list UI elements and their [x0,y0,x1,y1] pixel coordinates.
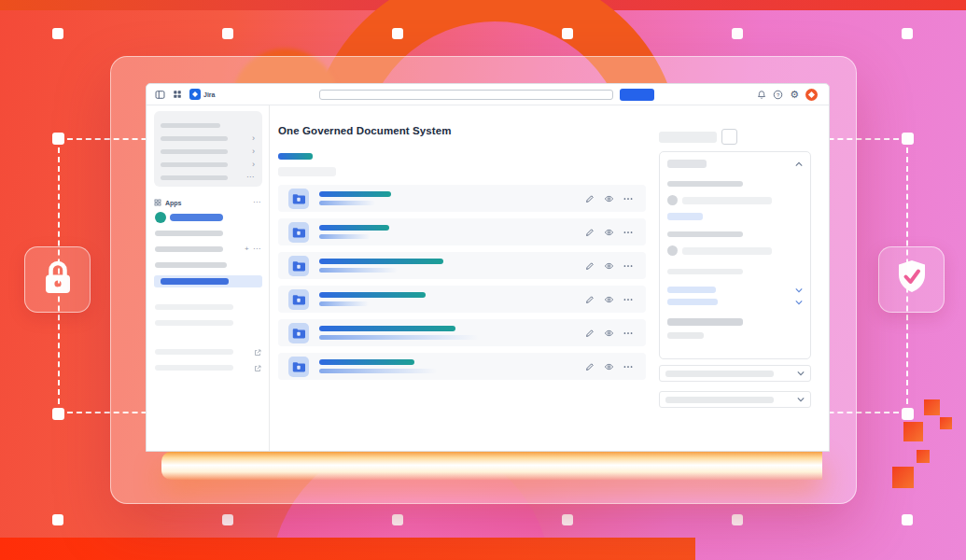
collapse-chevron-up-icon[interactable] [795,161,803,167]
document-row[interactable] [278,286,646,313]
dot-marker [562,514,573,525]
more-ellipsis-icon[interactable] [623,197,633,201]
dot-marker [902,514,913,525]
app-avatar-icon [155,212,166,223]
sidebar-menu-item[interactable] [161,119,255,132]
create-button[interactable] [620,89,654,101]
sidebar-footer-link[interactable] [155,359,261,375]
document-text-skeleton [319,225,389,239]
app-item-selected[interactable] [154,275,262,287]
edit-pencil-icon[interactable] [585,228,595,237]
page-title: One Governed Document System [278,125,659,136]
dot-marker [732,514,743,525]
more-ellipsis-icon[interactable] [623,298,633,301]
more-icon[interactable]: ⋯ [246,174,255,181]
sidebar-item[interactable] [155,315,261,330]
panel-dropdown[interactable] [659,365,811,382]
sidebar-item[interactable] [155,299,261,315]
details-card [659,151,811,359]
app-item[interactable] [155,257,261,273]
app-item[interactable] [155,225,261,241]
dot-marker [222,514,233,525]
external-link-icon [254,359,261,376]
document-text-skeleton [319,292,426,306]
document-row[interactable] [278,353,646,380]
selection-handle[interactable] [52,408,64,420]
folder-icon [288,256,309,276]
shield-check-icon [895,259,929,301]
document-text-skeleton [319,326,479,340]
edit-pencil-icon[interactable] [585,295,595,304]
watch-eye-icon[interactable] [604,194,614,203]
filter-skeleton [278,167,336,176]
document-text-skeleton [319,191,391,205]
chevron-right-icon: › [252,134,255,143]
folder-icon [288,357,309,377]
edit-pencil-icon[interactable] [585,194,595,203]
sidebar-menu-card: › › › ⋯ [154,111,262,187]
apps-more-icon[interactable]: ⋯ [253,199,261,206]
browser-window: Jira ? ⚙ [146,83,830,452]
app-top-bar: Jira ? ⚙ [147,84,829,105]
more-ellipsis-icon[interactable] [623,331,633,335]
watch-eye-icon[interactable] [604,261,614,271]
selection-handle[interactable] [902,408,914,420]
document-row[interactable] [278,218,646,245]
apps-label: Apps [165,200,182,206]
folder-icon [288,323,309,343]
glass-frame: Jira ? ⚙ [110,56,857,504]
document-row[interactable] [278,252,646,279]
app-switcher-icon[interactable] [173,90,182,99]
edit-pencil-icon[interactable] [585,261,595,271]
decor-pixel [903,422,923,441]
watch-eye-icon[interactable] [604,362,614,371]
field-chevron-down-icon[interactable] [795,287,803,293]
search-input[interactable] [319,90,613,100]
window-glow [161,452,822,480]
watch-eye-icon[interactable] [604,329,614,338]
edit-pencil-icon[interactable] [585,329,595,338]
folder-icon [288,222,309,243]
account-avatar[interactable] [805,89,818,101]
watch-eye-icon[interactable] [604,295,614,304]
more-ellipsis-icon[interactable] [623,264,633,268]
details-panel [659,105,829,451]
svg-text:?: ? [777,92,780,98]
app-item[interactable]: + ⋯ [155,241,261,257]
panel-dropdown[interactable] [659,391,811,408]
field-chevron-down-icon[interactable] [795,300,803,305]
dot-marker [52,28,63,39]
sidebar-toggle-icon[interactable] [155,90,165,100]
jira-home-link[interactable]: Jira [189,89,215,100]
document-row[interactable] [278,185,646,212]
add-icon[interactable]: + [245,245,250,253]
chevron-right-icon: › [252,147,255,156]
edit-pencil-icon[interactable] [585,362,595,371]
document-row[interactable] [278,319,646,346]
selection-handle[interactable] [52,133,64,145]
external-link-icon [254,343,261,360]
sidebar-menu-item[interactable]: › [161,158,255,171]
dot-marker [222,28,233,39]
marketing-background: Jira ? ⚙ [0,0,966,560]
decor-pixel [924,399,940,415]
sidebar-menu-item[interactable]: ⋯ [161,171,255,184]
more-ellipsis-icon[interactable] [623,231,633,234]
sidebar-menu-item[interactable]: › [161,145,255,158]
settings-gear-icon[interactable]: ⚙ [790,90,799,100]
jira-logo-icon [189,89,201,100]
panel-action-button[interactable] [721,129,737,145]
more-icon[interactable]: ⋯ [253,245,261,253]
notifications-bell-icon[interactable] [757,90,766,100]
sidebar-menu-item[interactable]: › [161,132,255,145]
help-icon[interactable]: ? [773,90,783,100]
sidebar-footer-link[interactable] [155,343,261,359]
sidebar: › › › ⋯ Apps ⋯ [147,105,270,451]
watch-eye-icon[interactable] [604,228,614,237]
more-ellipsis-icon[interactable] [623,365,633,369]
app-item-active-top[interactable] [155,210,261,225]
decor-pixel [940,417,952,429]
lock-badge [24,246,91,313]
selection-handle[interactable] [902,133,914,145]
primary-action-skeleton[interactable] [278,153,313,160]
